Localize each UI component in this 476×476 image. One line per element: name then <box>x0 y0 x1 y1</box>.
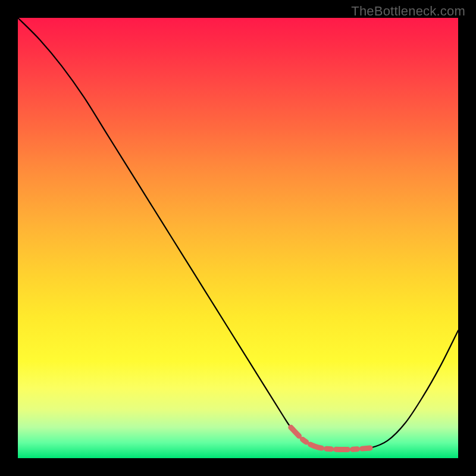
curve-svg <box>18 18 458 458</box>
optimal-range-highlight <box>291 427 370 449</box>
bottleneck-curve <box>18 18 458 450</box>
plot-area <box>18 18 458 458</box>
watermark-text: TheBottleneck.com <box>351 4 465 19</box>
chart-stage: TheBottleneck.com <box>0 0 476 476</box>
